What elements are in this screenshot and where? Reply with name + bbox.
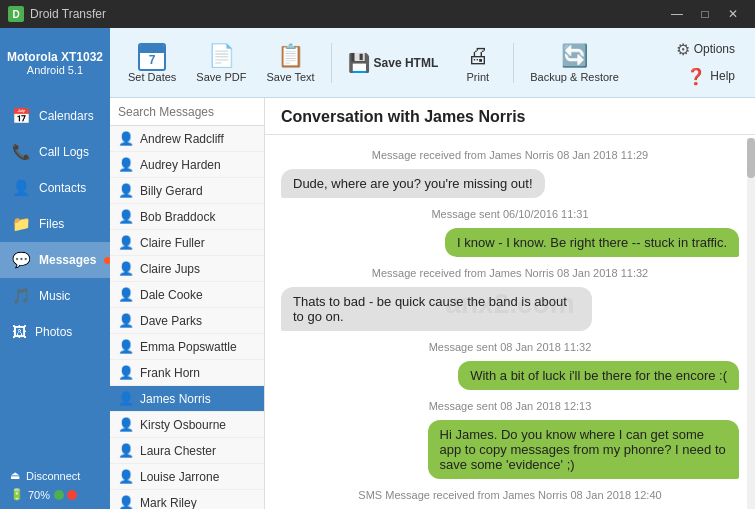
device-model: Motorola XT1032	[7, 50, 103, 64]
contact-icon: 👤	[118, 235, 134, 250]
app-icon: D	[8, 6, 24, 22]
calendar-icon: 7	[138, 43, 166, 71]
device-info: Motorola XT1032 Android 5.1	[0, 28, 110, 98]
save-pdf-button[interactable]: 📄 Save PDF	[188, 35, 254, 91]
files-icon: 📁	[12, 215, 31, 233]
sidebar-bottom: ⏏ Disconnect 🔋 70%	[0, 461, 110, 509]
list-item[interactable]: 👤Frank Horn	[110, 360, 264, 386]
list-item[interactable]: 👤Audrey Harden	[110, 152, 264, 178]
scrollbar-thumb[interactable]	[747, 138, 755, 178]
help-label: Help	[710, 69, 735, 83]
backup-restore-button[interactable]: 🔄 Backup & Restore	[522, 35, 627, 91]
options-button[interactable]: ⚙ Options	[670, 38, 741, 61]
sidebar-item-contacts[interactable]: 👤 Contacts	[0, 170, 110, 206]
contact-list-panel: 🔍 👤Andrew Radcliff 👤Audrey Harden 👤Billy…	[110, 98, 265, 509]
maximize-button[interactable]: □	[691, 0, 719, 28]
msg-system: Message received from James Norris 08 Ja…	[281, 267, 739, 279]
list-item[interactable]: 👤Claire Jups	[110, 256, 264, 282]
help-button[interactable]: ❓ Help	[680, 65, 741, 88]
list-item-active[interactable]: 👤James Norris	[110, 386, 264, 412]
search-box: 🔍	[110, 98, 264, 126]
set-dates-label: Set Dates	[128, 71, 176, 83]
search-input[interactable]	[118, 105, 268, 119]
print-button[interactable]: 🖨 Print	[450, 35, 505, 91]
scrollbar-track[interactable]	[747, 138, 755, 509]
music-label: Music	[39, 289, 70, 303]
device-os: Android 5.1	[27, 64, 83, 76]
close-button[interactable]: ✕	[719, 0, 747, 28]
dot-red-1	[67, 490, 77, 500]
files-label: Files	[39, 217, 64, 231]
msg-system: Message sent 06/10/2016 11:31	[281, 208, 739, 220]
dot-green-1	[54, 490, 64, 500]
backup-label: Backup & Restore	[530, 71, 619, 83]
print-icon: 🖨	[467, 43, 489, 69]
sidebar-item-messages[interactable]: 💬 Messages	[0, 242, 110, 278]
contact-icon: 👤	[118, 261, 134, 276]
calendars-icon: 📅	[12, 107, 31, 125]
list-item[interactable]: 👤Dale Cooke	[110, 282, 264, 308]
contact-icon: 👤	[118, 157, 134, 172]
set-dates-button[interactable]: 7 Set Dates	[120, 35, 184, 91]
contact-icon: 👤	[118, 469, 134, 484]
contact-icon: 👤	[118, 365, 134, 380]
toolbar-separator-1	[331, 43, 332, 83]
list-item[interactable]: 👤Laura Chester	[110, 438, 264, 464]
list-item[interactable]: 👤Andrew Radcliff	[110, 126, 264, 152]
save-pdf-label: Save PDF	[196, 71, 246, 83]
list-item[interactable]: 👤Emma Popswattle	[110, 334, 264, 360]
backup-icon: 🔄	[561, 43, 588, 69]
toolbar-right: ⚙ Options ❓ Help	[670, 38, 745, 88]
save-text-button[interactable]: 📋 Save Text	[258, 35, 322, 91]
options-label: Options	[694, 42, 735, 56]
contact-icon: 👤	[118, 417, 134, 432]
disconnect-button[interactable]: ⏏ Disconnect	[10, 469, 100, 482]
sidebar: 📅 Calendars 📞 Call Logs 👤 Contacts 📁 Fil…	[0, 98, 110, 509]
list-item[interactable]: 👤Kirsty Osbourne	[110, 412, 264, 438]
list-item[interactable]: 👤Claire Fuller	[110, 230, 264, 256]
messages-panel: Conversation with James Norris anx2.com …	[265, 98, 755, 509]
photos-label: Photos	[35, 325, 72, 339]
battery-label: 70%	[28, 489, 50, 501]
list-item[interactable]: 👤Louise Jarrone	[110, 464, 264, 490]
list-item[interactable]: 👤Dave Parks	[110, 308, 264, 334]
save-pdf-icon: 📄	[208, 43, 235, 69]
list-item[interactable]: 👤Bob Braddock	[110, 204, 264, 230]
disconnect-label: Disconnect	[26, 470, 80, 482]
contact-icon: 👤	[118, 495, 134, 509]
contact-list: 👤Andrew Radcliff 👤Audrey Harden 👤Billy G…	[110, 126, 264, 509]
toolbar-separator-2	[513, 43, 514, 83]
msg-system: Message sent 08 Jan 2018 11:32	[281, 341, 739, 353]
list-item[interactable]: 👤Mark Riley	[110, 490, 264, 509]
msg-system: Message sent 08 Jan 2018 12:13	[281, 400, 739, 412]
list-item[interactable]: 👤Billy Gerard	[110, 178, 264, 204]
sidebar-item-calllogs[interactable]: 📞 Call Logs	[0, 134, 110, 170]
print-label: Print	[466, 71, 489, 83]
calendars-label: Calendars	[39, 109, 94, 123]
save-html-button[interactable]: 💾 Save HTML	[340, 48, 447, 78]
calllogs-icon: 📞	[12, 143, 31, 161]
save-html-icon: 💾	[348, 52, 370, 74]
sidebar-item-files[interactable]: 📁 Files	[0, 206, 110, 242]
msg-bubble-received: Dude, where are you? you're missing out!	[281, 169, 545, 198]
options-icon: ⚙	[676, 40, 690, 59]
contacts-icon: 👤	[12, 179, 31, 197]
save-html-top: 💾 Save HTML	[348, 52, 439, 74]
battery-icon: 🔋	[10, 488, 24, 501]
battery-bar: 🔋 70%	[10, 488, 100, 501]
contact-icon: 👤	[118, 391, 134, 406]
title-bar: D Droid Transfer — □ ✕	[0, 0, 755, 28]
msg-bubble-received: Thats to bad - be quick cause the band i…	[281, 287, 592, 331]
sidebar-item-music[interactable]: 🎵 Music	[0, 278, 110, 314]
sidebar-item-photos[interactable]: 🖼 Photos	[0, 314, 110, 349]
contact-icon: 👤	[118, 209, 134, 224]
sidebar-item-calendars[interactable]: 📅 Calendars	[0, 98, 110, 134]
minimize-button[interactable]: —	[663, 0, 691, 28]
msg-bubble-sent: With a bit of luck i'll be there for the…	[458, 361, 739, 390]
messages-body[interactable]: anx2.com Message received from James Nor…	[265, 135, 755, 509]
contact-icon: 👤	[118, 131, 134, 146]
music-icon: 🎵	[12, 287, 31, 305]
save-text-icon: 📋	[277, 43, 304, 69]
toolbar-buttons: 7 Set Dates 📄 Save PDF 📋 Save Text 💾 Sav…	[110, 35, 670, 91]
contact-icon: 👤	[118, 313, 134, 328]
